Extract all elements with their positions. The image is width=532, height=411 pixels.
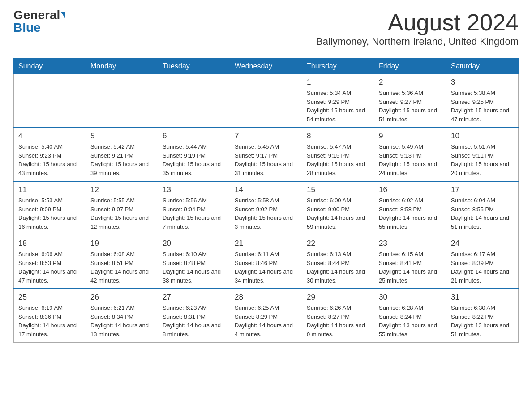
weekday-header-friday: Friday bbox=[374, 59, 446, 74]
location-title: Ballymoney, Northern Ireland, United Kin… bbox=[316, 36, 519, 47]
day-info: Sunrise: 5:47 AMSunset: 9:15 PMDaylight:… bbox=[307, 142, 369, 177]
day-info: Sunrise: 5:44 AMSunset: 9:19 PMDaylight:… bbox=[163, 142, 225, 177]
day-info: Sunrise: 6:28 AMSunset: 8:24 PMDaylight:… bbox=[379, 304, 442, 338]
day-info: Sunrise: 6:30 AMSunset: 8:22 PMDaylight:… bbox=[451, 304, 514, 338]
weekday-header-wednesday: Wednesday bbox=[230, 59, 302, 74]
day-info: Sunrise: 6:15 AMSunset: 8:41 PMDaylight:… bbox=[379, 250, 442, 285]
day-number: 2 bbox=[379, 78, 442, 87]
day-number: 6 bbox=[163, 132, 225, 141]
calendar-week-row: 25Sunrise: 6:19 AMSunset: 8:36 PMDayligh… bbox=[14, 289, 519, 342]
calendar-week-row: 18Sunrise: 6:06 AMSunset: 8:53 PMDayligh… bbox=[14, 235, 519, 289]
weekday-header-sunday: Sunday bbox=[14, 59, 86, 74]
calendar-cell: 27Sunrise: 6:23 AMSunset: 8:31 PMDayligh… bbox=[158, 289, 230, 342]
day-number: 14 bbox=[235, 185, 297, 194]
calendar-cell bbox=[14, 74, 86, 128]
calendar-cell: 22Sunrise: 6:13 AMSunset: 8:44 PMDayligh… bbox=[302, 235, 374, 289]
day-number: 29 bbox=[307, 293, 369, 302]
calendar-cell: 1Sunrise: 5:34 AMSunset: 9:29 PMDaylight… bbox=[302, 74, 374, 128]
day-info: Sunrise: 6:17 AMSunset: 8:39 PMDaylight:… bbox=[451, 250, 514, 285]
weekday-header-thursday: Thursday bbox=[302, 59, 374, 74]
calendar-cell: 30Sunrise: 6:28 AMSunset: 8:24 PMDayligh… bbox=[374, 289, 446, 342]
day-info: Sunrise: 6:26 AMSunset: 8:27 PMDaylight:… bbox=[307, 304, 369, 338]
day-number: 12 bbox=[90, 185, 153, 194]
calendar-cell: 20Sunrise: 6:10 AMSunset: 8:48 PMDayligh… bbox=[158, 235, 230, 289]
day-number: 9 bbox=[379, 132, 442, 141]
day-info: Sunrise: 6:00 AMSunset: 9:00 PMDaylight:… bbox=[307, 196, 369, 231]
calendar-cell: 24Sunrise: 6:17 AMSunset: 8:39 PMDayligh… bbox=[446, 235, 519, 289]
day-number: 26 bbox=[90, 293, 153, 302]
weekday-header-saturday: Saturday bbox=[446, 59, 519, 74]
calendar-week-row: 11Sunrise: 5:53 AMSunset: 9:09 PMDayligh… bbox=[14, 181, 519, 235]
day-number: 10 bbox=[451, 132, 514, 141]
calendar-header-row: SundayMondayTuesdayWednesdayThursdayFrid… bbox=[14, 59, 519, 74]
logo-general-text: General bbox=[13, 9, 60, 21]
calendar-cell: 6Sunrise: 5:44 AMSunset: 9:19 PMDaylight… bbox=[158, 128, 230, 181]
calendar-cell: 19Sunrise: 6:08 AMSunset: 8:51 PMDayligh… bbox=[86, 235, 158, 289]
calendar-cell: 17Sunrise: 6:04 AMSunset: 8:55 PMDayligh… bbox=[446, 181, 519, 235]
day-info: Sunrise: 5:40 AMSunset: 9:23 PMDaylight:… bbox=[18, 142, 81, 177]
day-number: 27 bbox=[163, 293, 225, 302]
logo: General Blue bbox=[13, 9, 65, 34]
calendar-cell: 16Sunrise: 6:02 AMSunset: 8:58 PMDayligh… bbox=[374, 181, 446, 235]
day-number: 13 bbox=[163, 185, 225, 194]
calendar-cell: 15Sunrise: 6:00 AMSunset: 9:00 PMDayligh… bbox=[302, 181, 374, 235]
calendar-cell: 31Sunrise: 6:30 AMSunset: 8:22 PMDayligh… bbox=[446, 289, 519, 342]
calendar-cell: 26Sunrise: 6:21 AMSunset: 8:34 PMDayligh… bbox=[86, 289, 158, 342]
day-info: Sunrise: 6:19 AMSunset: 8:36 PMDaylight:… bbox=[18, 304, 81, 338]
calendar-cell: 8Sunrise: 5:47 AMSunset: 9:15 PMDaylight… bbox=[302, 128, 374, 181]
day-info: Sunrise: 5:42 AMSunset: 9:21 PMDaylight:… bbox=[90, 142, 153, 177]
day-info: Sunrise: 6:21 AMSunset: 8:34 PMDaylight:… bbox=[90, 304, 153, 338]
day-number: 3 bbox=[451, 78, 514, 87]
day-number: 8 bbox=[307, 132, 369, 141]
day-info: Sunrise: 6:02 AMSunset: 8:58 PMDaylight:… bbox=[379, 196, 442, 231]
calendar-cell bbox=[158, 74, 230, 128]
calendar-cell: 14Sunrise: 5:58 AMSunset: 9:02 PMDayligh… bbox=[230, 181, 302, 235]
day-number: 17 bbox=[451, 185, 514, 194]
day-info: Sunrise: 5:38 AMSunset: 9:25 PMDaylight:… bbox=[451, 89, 514, 124]
day-number: 20 bbox=[163, 239, 225, 248]
day-number: 7 bbox=[235, 132, 297, 141]
day-info: Sunrise: 5:58 AMSunset: 9:02 PMDaylight:… bbox=[235, 196, 297, 231]
day-info: Sunrise: 6:11 AMSunset: 8:46 PMDaylight:… bbox=[235, 250, 297, 285]
day-info: Sunrise: 6:10 AMSunset: 8:48 PMDaylight:… bbox=[163, 250, 225, 285]
day-number: 19 bbox=[90, 239, 153, 248]
day-info: Sunrise: 5:55 AMSunset: 9:07 PMDaylight:… bbox=[90, 196, 153, 231]
day-number: 24 bbox=[451, 239, 514, 248]
calendar-cell: 3Sunrise: 5:38 AMSunset: 9:25 PMDaylight… bbox=[446, 74, 519, 128]
day-info: Sunrise: 5:34 AMSunset: 9:29 PMDaylight:… bbox=[307, 89, 369, 124]
calendar-cell bbox=[230, 74, 302, 128]
day-number: 15 bbox=[307, 185, 369, 194]
calendar-cell: 21Sunrise: 6:11 AMSunset: 8:46 PMDayligh… bbox=[230, 235, 302, 289]
calendar-cell: 4Sunrise: 5:40 AMSunset: 9:23 PMDaylight… bbox=[14, 128, 86, 181]
day-info: Sunrise: 6:06 AMSunset: 8:53 PMDaylight:… bbox=[18, 250, 81, 285]
day-number: 11 bbox=[18, 185, 81, 194]
day-info: Sunrise: 5:56 AMSunset: 9:04 PMDaylight:… bbox=[163, 196, 225, 231]
day-number: 21 bbox=[235, 239, 297, 248]
calendar-cell: 5Sunrise: 5:42 AMSunset: 9:21 PMDaylight… bbox=[86, 128, 158, 181]
weekday-header-monday: Monday bbox=[86, 59, 158, 74]
calendar-cell: 29Sunrise: 6:26 AMSunset: 8:27 PMDayligh… bbox=[302, 289, 374, 342]
day-number: 18 bbox=[18, 239, 81, 248]
day-info: Sunrise: 6:25 AMSunset: 8:29 PMDaylight:… bbox=[235, 304, 297, 338]
day-number: 4 bbox=[18, 132, 81, 141]
calendar-cell: 13Sunrise: 5:56 AMSunset: 9:04 PMDayligh… bbox=[158, 181, 230, 235]
calendar-cell: 18Sunrise: 6:06 AMSunset: 8:53 PMDayligh… bbox=[14, 235, 86, 289]
day-info: Sunrise: 6:13 AMSunset: 8:44 PMDaylight:… bbox=[307, 250, 369, 285]
logo-blue-text: Blue bbox=[13, 21, 41, 34]
day-number: 31 bbox=[451, 293, 514, 302]
weekday-header-tuesday: Tuesday bbox=[158, 59, 230, 74]
day-number: 25 bbox=[18, 293, 81, 302]
calendar-cell bbox=[86, 74, 158, 128]
day-info: Sunrise: 5:45 AMSunset: 9:17 PMDaylight:… bbox=[235, 142, 297, 177]
calendar-cell: 25Sunrise: 6:19 AMSunset: 8:36 PMDayligh… bbox=[14, 289, 86, 342]
day-info: Sunrise: 6:08 AMSunset: 8:51 PMDaylight:… bbox=[90, 250, 153, 285]
logo-triangle-icon bbox=[61, 12, 65, 19]
calendar-cell: 11Sunrise: 5:53 AMSunset: 9:09 PMDayligh… bbox=[14, 181, 86, 235]
day-info: Sunrise: 5:36 AMSunset: 9:27 PMDaylight:… bbox=[379, 89, 442, 124]
calendar-table: SundayMondayTuesdayWednesdayThursdayFrid… bbox=[13, 58, 519, 342]
month-title: August 2024 bbox=[316, 9, 519, 36]
page-header: General Blue August 2024 Ballymoney, Nor… bbox=[13, 9, 519, 54]
calendar-cell: 28Sunrise: 6:25 AMSunset: 8:29 PMDayligh… bbox=[230, 289, 302, 342]
day-number: 16 bbox=[379, 185, 442, 194]
day-info: Sunrise: 6:04 AMSunset: 8:55 PMDaylight:… bbox=[451, 196, 514, 231]
